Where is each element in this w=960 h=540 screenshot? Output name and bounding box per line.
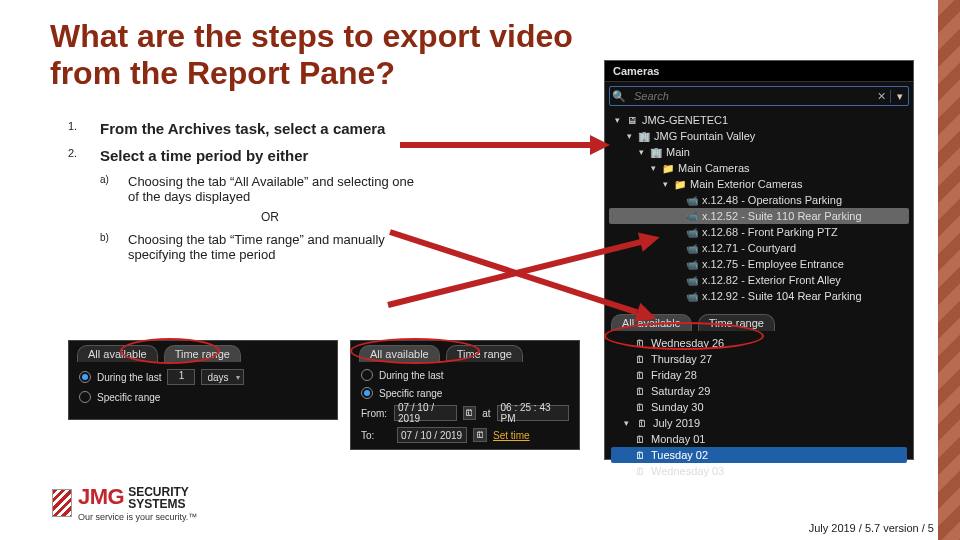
step-2: 2. Select a time period by either [68, 147, 488, 164]
duration-input[interactable]: 1 [167, 369, 195, 385]
during-last-row[interactable]: During the last 1 days [69, 366, 337, 388]
tree-item-label: JMG Fountain Valley [654, 130, 909, 142]
during-last-row[interactable]: During the last [351, 366, 579, 384]
radio-label: During the last [97, 372, 161, 383]
day-label: Thursday 27 [651, 353, 712, 365]
set-time-link[interactable]: Set time [493, 430, 530, 441]
day-item[interactable]: Saturday 29 [611, 383, 907, 399]
step-number: 1. [68, 120, 100, 137]
tree-item[interactable]: ▾Main Exterior Cameras [609, 176, 909, 192]
search-input[interactable] [628, 87, 872, 105]
tree-item-label: JMG-GENETEC1 [642, 114, 909, 126]
slide-title: What are the steps to export video from … [50, 18, 610, 92]
tab-all-available[interactable]: All available [77, 345, 158, 362]
tree-item-label: Main Exterior Cameras [690, 178, 909, 190]
footer-meta: July 2019 / 5.7 version / 5 [809, 522, 934, 534]
camera-icon [685, 258, 699, 270]
logo-tagline: Our service is your security.™ [78, 512, 197, 522]
server-icon [625, 114, 639, 126]
camera-icon [685, 274, 699, 286]
day-item[interactable]: Friday 28 [611, 367, 907, 383]
twisty-icon[interactable]: ▾ [612, 115, 622, 125]
site-icon [649, 146, 663, 158]
company-logo: JMG SECURITY SYSTEMS Our service is your… [52, 484, 197, 522]
radio-label: Specific range [379, 388, 442, 399]
unit-select[interactable]: days [201, 369, 243, 385]
step-text: Select a time period by either [100, 147, 308, 164]
tree-item[interactable]: ▾Main [609, 144, 909, 160]
twisty-icon[interactable]: ▾ [636, 147, 646, 157]
camera-icon [685, 290, 699, 302]
day-label: Sunday 30 [651, 401, 704, 413]
calendar-icon[interactable]: 🗓 [473, 428, 487, 442]
from-date-input[interactable]: 07 / 10 / 2019 [394, 405, 458, 421]
specific-range-row[interactable]: Specific range [69, 388, 337, 406]
month-row[interactable]: ▾July 2019 [611, 415, 907, 431]
day-item[interactable]: Monday 01 [611, 431, 907, 447]
camera-icon [685, 194, 699, 206]
radio-specific-range[interactable] [79, 391, 91, 403]
twisty-icon[interactable]: ▾ [648, 163, 658, 173]
twisty-icon[interactable]: ▾ [660, 179, 670, 189]
logo-mark [52, 489, 72, 517]
folder-icon [673, 178, 687, 190]
substep-letter: a) [100, 174, 128, 204]
cameras-panel: Cameras 🔍 ✕ ▾ ▾JMG-GENETEC1▾JMG Fountain… [604, 60, 914, 460]
tab-time-range[interactable]: Time range [164, 345, 241, 362]
tree-item[interactable]: x.12.82 - Exterior Front Alley [609, 272, 909, 288]
tree-item[interactable]: ▾Main Cameras [609, 160, 909, 176]
radio-label: Specific range [97, 392, 160, 403]
tree-item-label: Main [666, 146, 909, 158]
tree-item[interactable]: x.12.92 - Suite 104 Rear Parking [609, 288, 909, 304]
tab-time-range[interactable]: Time range [698, 314, 775, 331]
step-number: 2. [68, 147, 100, 164]
day-item[interactable]: Tuesday 02 [611, 447, 907, 463]
at-label: at [482, 408, 490, 419]
day-item[interactable]: Wednesday 03 [611, 463, 907, 479]
filter-icon[interactable]: ▾ [890, 90, 908, 103]
day-item[interactable]: Wednesday 26 [611, 335, 907, 351]
tree-item[interactable]: ▾JMG Fountain Valley [609, 128, 909, 144]
day-item[interactable]: Sunday 30 [611, 399, 907, 415]
tree-item-label: x.12.71 - Courtyard [702, 242, 909, 254]
radio-specific-range[interactable] [361, 387, 373, 399]
day-label: Wednesday 03 [651, 465, 724, 477]
day-label: Saturday 29 [651, 385, 710, 397]
twisty-icon[interactable]: ▾ [624, 131, 634, 141]
time-range-screenshot-2: All available Time range During the last… [350, 340, 580, 450]
calendar-chip-icon [633, 353, 647, 365]
day-label: Friday 28 [651, 369, 697, 381]
logo-text-line2: SYSTEMS [128, 498, 189, 510]
month-label: July 2019 [653, 417, 700, 429]
radio-during-last[interactable] [361, 369, 373, 381]
time-range-screenshot-1: All available Time range During the last… [68, 340, 338, 420]
camera-tree: ▾JMG-GENETEC1▾JMG Fountain Valley▾Main▾M… [605, 110, 913, 308]
panel-title: Cameras [605, 61, 913, 82]
day-list: Wednesday 26Thursday 27Friday 28Saturday… [605, 333, 913, 481]
camera-icon [685, 226, 699, 238]
camera-icon [685, 242, 699, 254]
calendar-chip-icon [633, 465, 647, 477]
calendar-chip-icon [633, 385, 647, 397]
day-label: Monday 01 [651, 433, 705, 445]
tab-time-range[interactable]: Time range [446, 345, 523, 362]
tree-item[interactable]: x.12.75 - Employee Entrance [609, 256, 909, 272]
twisty-icon[interactable]: ▾ [621, 418, 631, 428]
to-date-input[interactable]: 07 / 10 / 2019 [397, 427, 467, 443]
specific-range-row[interactable]: Specific range [351, 384, 579, 402]
radio-during-last[interactable] [79, 371, 91, 383]
tree-item[interactable]: ▾JMG-GENETEC1 [609, 112, 909, 128]
calendar-icon[interactable]: 🗓 [463, 406, 476, 420]
from-time-input[interactable]: 06 : 25 : 43 PM [497, 405, 570, 421]
tree-item[interactable]: x.12.52 - Suite 110 Rear Parking [609, 208, 909, 224]
day-item[interactable]: Thursday 27 [611, 351, 907, 367]
clear-icon[interactable]: ✕ [872, 90, 890, 103]
tree-item[interactable]: x.12.48 - Operations Parking [609, 192, 909, 208]
calendar-chip-icon [633, 401, 647, 413]
substep-text: Choosing the tab “All Available” and sel… [128, 174, 428, 204]
tab-all-available[interactable]: All available [359, 345, 440, 362]
camera-icon [685, 210, 699, 222]
calendar-chip-icon [633, 369, 647, 381]
substep-letter: b) [100, 232, 128, 262]
search-icon: 🔍 [610, 90, 628, 103]
